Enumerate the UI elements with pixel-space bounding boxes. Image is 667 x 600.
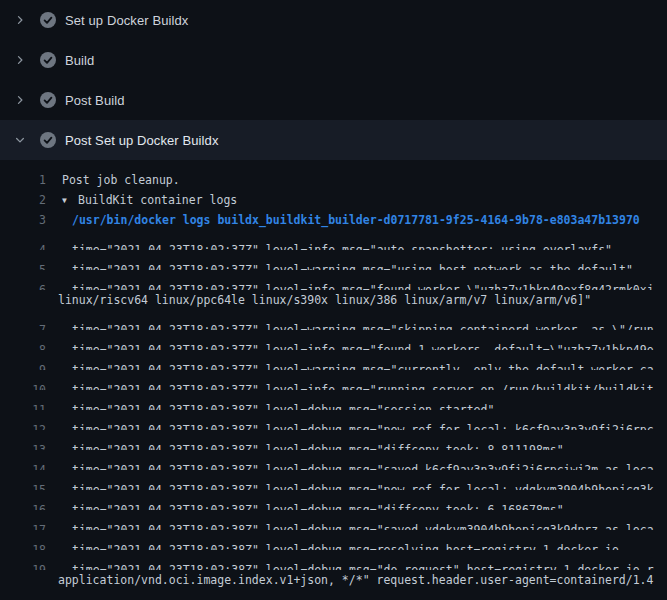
log-line: 2▼BuildKit container logs (0, 190, 667, 210)
log-text: time="2021-04-23T18:02:38Z" level=debug … (46, 560, 654, 570)
log-text: time="2021-04-23T18:02:38Z" level=debug … (46, 540, 619, 550)
log-text: time="2021-04-23T18:02:38Z" level=debug … (46, 500, 564, 510)
log-output: 1Post job cleanup.2▼BuildKit container l… (0, 160, 667, 600)
log-text: ▼BuildKit container logs (46, 190, 237, 210)
log-line: 13time="2021-04-23T18:02:38Z" level=debu… (0, 430, 667, 450)
log-line: 7time="2021-04-23T18:02:37Z" level=warni… (0, 310, 667, 330)
line-number[interactable]: 10 (0, 380, 46, 390)
chevron-right-icon[interactable] (12, 92, 28, 108)
log-text: time="2021-04-23T18:02:37Z" level=info m… (46, 380, 654, 390)
log-line: 16time="2021-04-23T18:02:38Z" level=debu… (0, 490, 667, 510)
log-text: time="2021-04-23T18:02:38Z" level=debug … (46, 400, 494, 410)
log-text: time="2021-04-23T18:02:38Z" level=debug … (46, 520, 654, 530)
command-text[interactable]: /usr/bin/docker logs buildx_buildkit_bui… (46, 210, 640, 230)
log-line: 4time="2021-04-23T18:02:37Z" level=info … (0, 230, 667, 250)
line-number[interactable]: 3 (0, 210, 46, 230)
log-line: 10time="2021-04-23T18:02:37Z" level=info… (0, 370, 667, 390)
step-row-post-set-up-docker-buildx[interactable]: Post Set up Docker Buildx (0, 120, 667, 160)
group-title: BuildKit container logs (78, 193, 237, 207)
log-text: time="2021-04-23T18:02:37Z" level=info m… (46, 340, 654, 350)
log-line: 20time="2021-04-23T18:02:38Z" level=debu… (0, 590, 667, 600)
line-number[interactable]: 18 (0, 540, 46, 550)
step-label: Set up Docker Buildx (65, 13, 188, 28)
step-list: Set up Docker BuildxBuildPost BuildPost … (0, 0, 667, 160)
line-number[interactable]: 5 (0, 260, 46, 270)
line-number[interactable]: 4 (0, 240, 46, 250)
chevron-right-icon[interactable] (12, 12, 28, 28)
log-text: Post job cleanup. (46, 170, 180, 190)
log-line: 3/usr/bin/docker logs buildx_buildkit_bu… (0, 210, 667, 230)
line-number[interactable]: 8 (0, 340, 46, 350)
line-number[interactable]: 14 (0, 460, 46, 470)
success-check-icon (40, 12, 56, 28)
actions-log-viewer: Set up Docker BuildxBuildPost BuildPost … (0, 0, 667, 600)
success-check-icon (40, 132, 56, 148)
log-line: 18time="2021-04-23T18:02:38Z" level=debu… (0, 530, 667, 550)
success-check-icon (40, 92, 56, 108)
group-expander-triangle-icon[interactable]: ▼ (62, 191, 78, 211)
log-line: 1Post job cleanup. (0, 170, 667, 190)
log-line: 15time="2021-04-23T18:02:38Z" level=debu… (0, 470, 667, 490)
log-line: 5time="2021-04-23T18:02:37Z" level=warni… (0, 250, 667, 270)
log-text: time="2021-04-23T18:02:38Z" level=debug … (46, 420, 654, 430)
line-number[interactable]: 2 (0, 190, 46, 210)
line-number[interactable]: 15 (0, 480, 46, 490)
log-line: 12time="2021-04-23T18:02:38Z" level=debu… (0, 410, 667, 430)
log-text: application/vnd.oci.image.index.v1+json,… (46, 570, 653, 590)
line-number[interactable]: 9 (0, 360, 46, 370)
log-text: time="2021-04-23T18:02:37Z" level=warnin… (46, 320, 654, 330)
log-line: 8time="2021-04-23T18:02:37Z" level=info … (0, 330, 667, 350)
step-label: Post Build (65, 93, 125, 108)
line-number[interactable]: 6 (0, 280, 46, 290)
step-label: Build (65, 53, 94, 68)
log-line: 17time="2021-04-23T18:02:38Z" level=debu… (0, 510, 667, 530)
success-check-icon (40, 52, 56, 68)
line-number (0, 570, 46, 590)
log-text: time="2021-04-23T18:02:37Z" level=info m… (46, 280, 654, 290)
log-line: 11time="2021-04-23T18:02:38Z" level=debu… (0, 390, 667, 410)
line-number[interactable]: 19 (0, 560, 46, 570)
step-row-post-build[interactable]: Post Build (0, 80, 667, 120)
step-row-build[interactable]: Build (0, 40, 667, 80)
line-number[interactable]: 11 (0, 400, 46, 410)
line-number[interactable]: 16 (0, 500, 46, 510)
step-row-set-up-docker-buildx[interactable]: Set up Docker Buildx (0, 0, 667, 40)
line-number (0, 290, 46, 310)
log-line: 14time="2021-04-23T18:02:38Z" level=debu… (0, 450, 667, 470)
chevron-down-icon[interactable] (12, 132, 28, 148)
line-number[interactable]: 7 (0, 320, 46, 330)
log-line: 19time="2021-04-23T18:02:38Z" level=debu… (0, 550, 667, 570)
log-text: time="2021-04-23T18:02:37Z" level=warnin… (46, 260, 633, 270)
log-line: 9time="2021-04-23T18:02:37Z" level=warni… (0, 350, 667, 370)
log-text: time="2021-04-23T18:02:37Z" level=info m… (46, 240, 612, 250)
log-text: time="2021-04-23T18:02:38Z" level=debug … (46, 440, 564, 450)
log-text: time="2021-04-23T18:02:38Z" level=debug … (46, 480, 654, 490)
line-number[interactable]: 1 (0, 170, 46, 190)
chevron-right-icon[interactable] (12, 52, 28, 68)
log-text: linux/riscv64 linux/ppc64le linux/s390x … (46, 290, 591, 310)
step-label: Post Set up Docker Buildx (65, 133, 219, 148)
line-number[interactable]: 17 (0, 520, 46, 530)
log-line-continuation: application/vnd.oci.image.index.v1+json,… (0, 570, 667, 590)
line-number[interactable]: 13 (0, 440, 46, 450)
log-line-continuation: linux/riscv64 linux/ppc64le linux/s390x … (0, 290, 667, 310)
line-number[interactable]: 12 (0, 420, 46, 430)
log-line: 6time="2021-04-23T18:02:37Z" level=info … (0, 270, 667, 290)
log-text: time="2021-04-23T18:02:37Z" level=warnin… (46, 360, 654, 370)
log-text: time="2021-04-23T18:02:38Z" level=debug … (46, 460, 654, 470)
